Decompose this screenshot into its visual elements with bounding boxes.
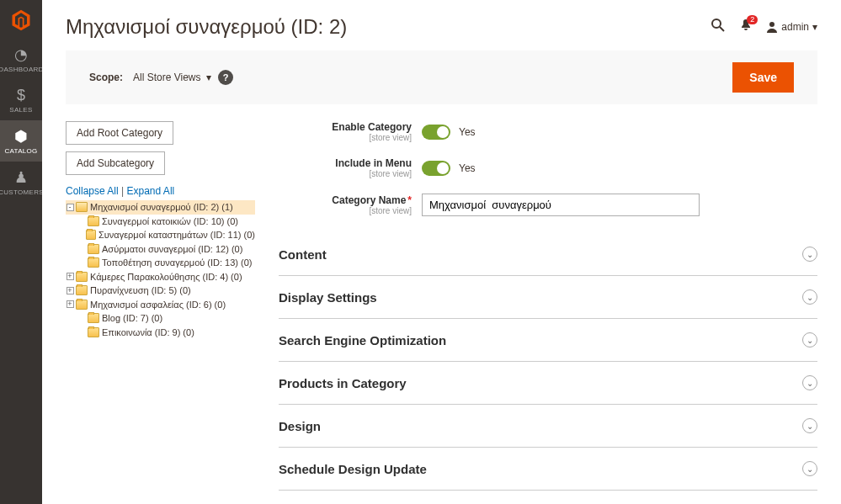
enable-category-toggle[interactable] — [422, 125, 450, 140]
folder-icon — [88, 327, 99, 337]
tree-node[interactable]: Ασύρματοι συναγερμοί (ID: 12) (0) — [66, 242, 255, 257]
tree-node[interactable]: +Πυρανίχνευση (ID: 5) (0) — [66, 284, 255, 298]
help-icon[interactable]: ? — [218, 70, 233, 85]
tree-toggle-icon[interactable]: + — [66, 273, 74, 280]
section-display-settings[interactable]: Display Settings ⌄ — [279, 276, 817, 319]
folder-icon — [88, 313, 99, 323]
include-in-menu-label: Include in Menu — [335, 157, 412, 169]
tree-node-label: Συναγερμοί καταστημάτων (ID: 11) (0) — [98, 228, 255, 242]
section-seo[interactable]: Search Engine Optimization ⌄ — [279, 319, 817, 362]
category-tree-panel: Add Root Category Add Subcategory Collap… — [66, 121, 255, 491]
tree-node-label: Τοποθέτηση συναγερμού (ID: 13) (0) — [102, 256, 253, 270]
scope-bar: Scope: All Store Views ▾ ? Save — [66, 50, 817, 104]
folder-icon — [86, 230, 96, 240]
tree-node-label: Μηχανισμοί ασφαλείας (ID: 6) (0) — [90, 298, 226, 312]
chevron-down-icon: ⌄ — [802, 289, 817, 305]
nav-dashboard-label: Dashboard — [0, 66, 44, 73]
page-header: Μηχανισμοί συναγερμού (ID: 2) 2 admin ▾ — [42, 0, 841, 47]
tree-node-label: Blog (ID: 7) (0) — [102, 311, 162, 326]
chevron-down-icon: ⌄ — [802, 247, 817, 262]
tree-node[interactable]: +Κάμερες Παρακολούθησης (ID: 4) (0) — [66, 270, 255, 284]
nav-catalog[interactable]: ⬢ Catalog — [0, 120, 42, 162]
tree-node-label: Ασύρματοι συναγερμοί (ID: 12) (0) — [102, 242, 242, 257]
svg-line-1 — [720, 27, 724, 31]
folder-icon — [88, 244, 99, 254]
collapse-all-link[interactable]: Collapse All — [66, 185, 119, 197]
user-icon — [766, 21, 778, 33]
section-content[interactable]: Content ⌄ — [279, 233, 817, 276]
category-name-input[interactable] — [422, 194, 700, 216]
svg-point-0 — [712, 19, 721, 28]
admin-sidebar: ◔ Dashboard $ Sales ⬢ Catalog ♟ Customer… — [0, 0, 42, 504]
include-in-menu-toggle[interactable] — [422, 161, 450, 176]
user-menu[interactable]: admin ▾ — [766, 21, 817, 33]
user-label: admin — [781, 21, 809, 33]
notifications-icon[interactable]: 2 — [739, 19, 753, 36]
nav-sales[interactable]: $ Sales — [0, 80, 42, 120]
chevron-down-icon: ⌄ — [802, 375, 817, 390]
nav-customers[interactable]: ♟ Customers — [0, 162, 42, 203]
section-design[interactable]: Design ⌄ — [279, 405, 817, 448]
customers-icon: ♟ — [14, 168, 28, 187]
tree-node[interactable]: -Μηχανισμοί συναγερμού (ID: 2) (1) — [66, 200, 255, 215]
tree-node[interactable]: Blog (ID: 7) (0) — [66, 311, 255, 326]
enable-category-label: Enable Category — [332, 121, 412, 133]
section-schedule-design[interactable]: Schedule Design Update ⌄ — [279, 448, 817, 491]
category-tree: -Μηχανισμοί συναγερμού (ID: 2) (1)Συναγε… — [66, 200, 255, 339]
category-form: Enable Category [store view] Yes Include… — [279, 121, 817, 491]
folder-icon — [76, 272, 88, 282]
add-root-category-button[interactable]: Add Root Category — [66, 121, 173, 145]
tree-node[interactable]: Συναγερμοί κατοικιών (ID: 10) (0) — [66, 215, 255, 229]
scope-select[interactable]: All Store Views ▾ — [133, 72, 211, 83]
category-name-label: Category Name* — [332, 194, 412, 206]
tree-node-label: Κάμερες Παρακολούθησης (ID: 4) (0) — [90, 270, 242, 284]
nav-customers-label: Customers — [0, 188, 44, 196]
dashboard-icon: ◔ — [14, 45, 28, 64]
nav-sales-label: Sales — [9, 106, 32, 114]
chevron-down-icon: ▾ — [812, 21, 817, 33]
folder-icon — [76, 285, 88, 295]
tree-node[interactable]: Επικοινωνία (ID: 9) (0) — [66, 326, 255, 340]
folder-icon — [88, 216, 99, 226]
tree-toggle-icon[interactable]: + — [66, 287, 74, 294]
tree-node[interactable]: Συναγερμοί καταστημάτων (ID: 11) (0) — [66, 228, 255, 242]
folder-icon — [76, 300, 88, 310]
expand-all-link[interactable]: Expand All — [127, 185, 175, 197]
enable-category-value: Yes — [459, 126, 476, 138]
tree-node-label: Συναγερμοί κατοικιών (ID: 10) (0) — [102, 215, 238, 229]
tree-node-label: Επικοινωνία (ID: 9) (0) — [102, 326, 194, 340]
include-in-menu-value: Yes — [459, 162, 476, 174]
page-title: Μηχανισμοί συναγερμού (ID: 2) — [66, 15, 711, 39]
add-subcategory-button[interactable]: Add Subcategory — [66, 151, 165, 175]
chevron-down-icon: ⌄ — [802, 461, 817, 476]
tree-toggle-icon[interactable]: + — [66, 300, 74, 308]
tree-node[interactable]: Τοποθέτηση συναγερμού (ID: 13) (0) — [66, 256, 255, 270]
sales-icon: $ — [17, 87, 25, 104]
save-button[interactable]: Save — [732, 62, 794, 93]
svg-point-2 — [769, 22, 774, 27]
nav-catalog-label: Catalog — [4, 147, 37, 155]
tree-node-label: Πυρανίχνευση (ID: 5) (0) — [90, 284, 191, 298]
scope-label: Scope: — [89, 72, 123, 83]
magento-logo[interactable] — [8, 7, 35, 34]
folder-icon — [76, 202, 88, 212]
tree-node-label: Μηχανισμοί συναγερμού (ID: 2) (1) — [90, 200, 233, 215]
search-icon[interactable] — [711, 18, 726, 37]
notifications-badge: 2 — [747, 15, 758, 24]
nav-dashboard[interactable]: ◔ Dashboard — [0, 39, 42, 80]
section-products[interactable]: Products in Category ⌄ — [279, 362, 817, 405]
catalog-icon: ⬢ — [14, 127, 28, 146]
folder-icon — [88, 257, 99, 268]
tree-node[interactable]: +Μηχανισμοί ασφαλείας (ID: 6) (0) — [66, 298, 255, 312]
tree-toggle-icon[interactable]: - — [66, 204, 74, 211]
chevron-down-icon: ⌄ — [802, 332, 817, 347]
chevron-down-icon: ⌄ — [802, 418, 817, 433]
